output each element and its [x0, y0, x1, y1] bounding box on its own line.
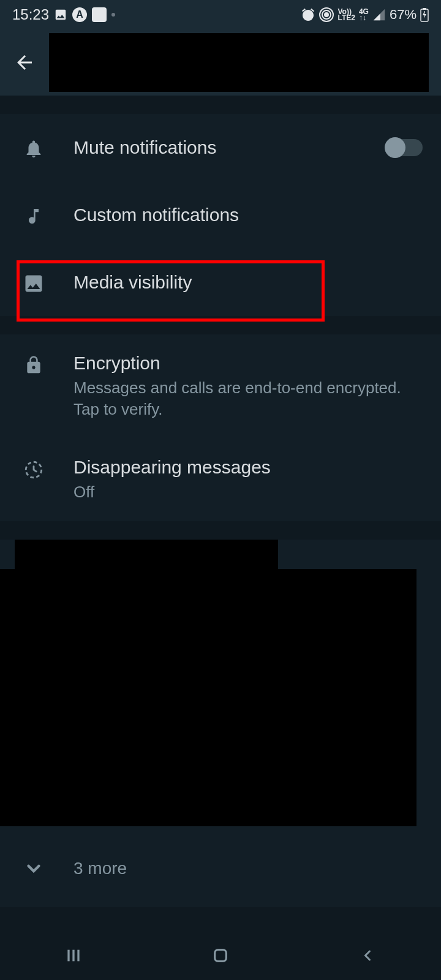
mute-notifications-row[interactable]: Mute notifications — [0, 114, 441, 181]
disappearing-messages-value: Off — [74, 481, 423, 503]
status-time: 15:23 — [12, 6, 49, 23]
mute-notifications-label: Mute notifications — [74, 137, 386, 158]
lock-icon — [18, 353, 49, 375]
status-bar: 15:23 A Vo)) LTE2 4G ↑↓ 67% — [0, 0, 441, 29]
groups-content-redacted — [0, 569, 417, 826]
image-icon — [18, 270, 49, 295]
app-icon-a: A — [72, 7, 87, 22]
encryption-row[interactable]: Encryption Messages and calls are end-to… — [0, 334, 441, 439]
battery-percent: 67% — [390, 7, 417, 23]
disappearing-messages-label: Disappearing messages — [74, 457, 423, 478]
media-visibility-row[interactable]: Media visibility — [0, 249, 441, 316]
status-right: Vo)) LTE2 4G ↑↓ 67% — [301, 7, 429, 23]
battery-charging-icon — [420, 7, 429, 22]
custom-notifications-label: Custom notifications — [74, 205, 423, 225]
chevron-down-icon — [18, 858, 49, 879]
groups-header-redacted — [15, 540, 278, 569]
alarm-icon — [301, 7, 315, 22]
bell-icon — [18, 136, 49, 159]
privacy-section: Encryption Messages and calls are end-to… — [0, 334, 441, 521]
more-groups-row[interactable]: 3 more — [0, 846, 441, 891]
encryption-label: Encryption — [74, 353, 423, 374]
header-redacted — [49, 33, 429, 92]
groups-section: 3 more — [0, 540, 441, 907]
more-groups-label: 3 more — [74, 859, 127, 878]
status-dot — [111, 13, 115, 17]
encryption-subtitle: Messages and calls are end-to-end encryp… — [74, 377, 423, 420]
home-button[interactable] — [190, 940, 251, 971]
disappearing-messages-row[interactable]: Disappearing messages Off — [0, 439, 441, 521]
status-left: 15:23 A — [12, 6, 115, 23]
custom-notifications-row[interactable]: Custom notifications — [0, 181, 441, 249]
app-icon-box — [92, 7, 107, 22]
back-nav-button[interactable] — [337, 940, 398, 971]
svg-point-0 — [325, 13, 328, 17]
notifications-section: Mute notifications Custom notifications … — [0, 114, 441, 316]
back-button[interactable] — [12, 50, 37, 75]
recents-button[interactable] — [43, 940, 104, 971]
volte-indicator: Vo)) LTE2 — [337, 9, 355, 21]
music-note-icon — [18, 204, 49, 226]
svg-rect-9 — [215, 950, 227, 962]
app-header — [0, 29, 441, 96]
navigation-bar — [0, 931, 441, 980]
picture-icon — [54, 8, 67, 21]
signal-icon — [372, 8, 386, 21]
timer-icon — [18, 457, 49, 480]
hotspot-icon — [319, 7, 334, 22]
media-visibility-label: Media visibility — [74, 272, 423, 293]
mute-notifications-toggle[interactable] — [386, 139, 423, 156]
svg-rect-4 — [423, 8, 426, 10]
network-4g: 4G ↑↓ — [359, 9, 369, 21]
